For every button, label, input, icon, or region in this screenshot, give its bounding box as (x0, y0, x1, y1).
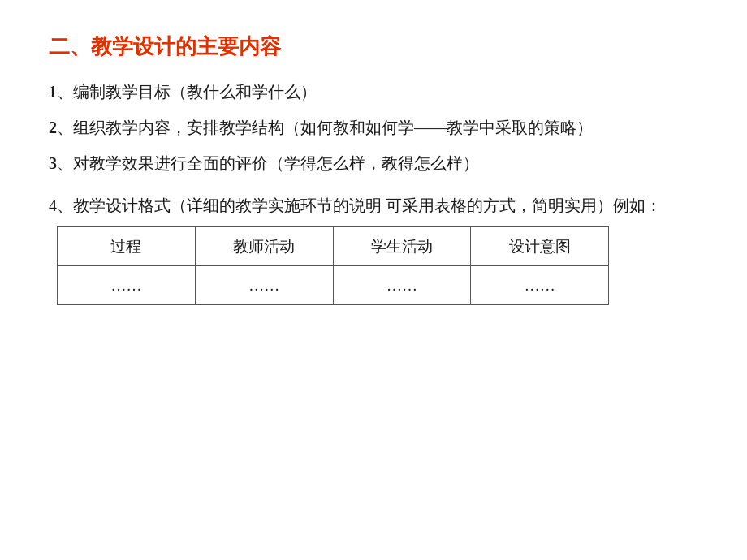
item-2-text: 、组织教学内容，安排教学结构（如何教和如何学——教学中采取的策略） (57, 118, 593, 136)
item-3-text: 、对教学效果进行全面的评价（学得怎么样，教得怎么样） (57, 154, 479, 172)
col-intent: 设计意图 (471, 227, 609, 266)
item-2-number: 2 (49, 118, 57, 136)
item-1-number: 1 (49, 83, 57, 101)
main-title: 二、教学设计的主要内容 (49, 32, 698, 61)
table-header-row: 过程 教师活动 学生活动 设计意图 (58, 227, 609, 266)
cell-intent-1: …… (471, 266, 609, 305)
table-data-row: …… …… …… …… (58, 266, 609, 305)
content-body: 1、编制教学目标（教什么和学什么） 2、组织教学内容，安排教学结构（如何教和如何… (49, 79, 698, 305)
item-3-number: 3 (49, 154, 57, 172)
slide-container: 二、教学设计的主要内容 1、编制教学目标（教什么和学什么） 2、组织教学内容，安… (0, 0, 747, 560)
col-process: 过程 (58, 227, 196, 266)
item-4-number: 4 (49, 196, 57, 214)
item-1-text: 、编制教学目标（教什么和学什么） (57, 83, 317, 101)
col-student: 学生活动 (333, 227, 471, 266)
cell-student-1: …… (333, 266, 471, 305)
design-table: 过程 教师活动 学生活动 设计意图 …… …… …… …… (57, 226, 609, 305)
cell-teacher-1: …… (195, 266, 333, 305)
cell-process-1: …… (58, 266, 196, 305)
item-3: 3、对教学效果进行全面的评价（学得怎么样，教得怎么样） (49, 150, 698, 176)
col-teacher: 教师活动 (195, 227, 333, 266)
item-4-text: 、教学设计格式（详细的教学实施环节的说明 可采用表格的方式，简明实用）例如： (57, 196, 662, 214)
table-section: 4、教学设计格式（详细的教学实施环节的说明 可采用表格的方式，简明实用）例如： … (49, 192, 698, 305)
item-4-label: 4、教学设计格式（详细的教学实施环节的说明 可采用表格的方式，简明实用）例如： (49, 192, 698, 218)
item-1: 1、编制教学目标（教什么和学什么） (49, 79, 698, 105)
item-2: 2、组织教学内容，安排教学结构（如何教和如何学——教学中采取的策略） (49, 114, 698, 140)
